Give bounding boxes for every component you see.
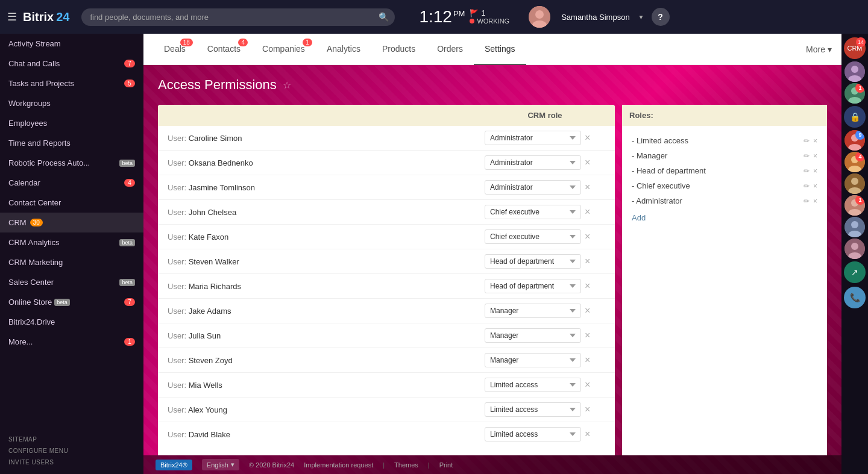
right-bar-avatar-2[interactable]: 1 bbox=[844, 83, 865, 104]
tab-contacts[interactable]: Contacts 4 bbox=[197, 34, 251, 65]
clock-area: 1:12PM 🚩 1 WORKING bbox=[407, 7, 519, 27]
add-access-link[interactable]: Add access permission bbox=[158, 449, 615, 455]
right-bar-avatar-8[interactable] bbox=[844, 239, 865, 259]
sidebar-item-drive[interactable]: Bitrix24.Drive bbox=[0, 312, 143, 332]
search-box: 🔍 bbox=[81, 8, 395, 26]
right-bar-avatar-6[interactable]: 1 bbox=[844, 195, 865, 216]
role-select-4[interactable]: AdministratorChief executiveHead of depa… bbox=[485, 229, 581, 244]
role-select-9[interactable]: AdministratorChief executiveHead of depa… bbox=[485, 353, 581, 367]
tab-more[interactable]: More ▾ bbox=[806, 45, 832, 54]
sidebar-item-activity-label: Activity Stream bbox=[8, 39, 61, 48]
hamburger-menu[interactable]: ☰ bbox=[7, 10, 17, 23]
role-select-3[interactable]: AdministratorChief executiveHead of depa… bbox=[485, 205, 581, 219]
right-bar-share-icon[interactable]: ↗ bbox=[844, 261, 866, 283]
add-role-link[interactable]: Add bbox=[632, 213, 817, 222]
tab-analytics[interactable]: Analytics bbox=[316, 34, 371, 65]
avatar-image bbox=[529, 6, 550, 28]
footer-link-print[interactable]: Print bbox=[439, 461, 453, 469]
sidebar-item-chat-label: Chat and Calls bbox=[8, 59, 60, 68]
remove-row-button[interactable]: × bbox=[585, 380, 590, 390]
edit-role-button[interactable]: ✏ bbox=[804, 197, 810, 205]
role-select-wrap: AdministratorChief executiveHead of depa… bbox=[485, 131, 605, 145]
user-dropdown-arrow[interactable]: ▼ bbox=[638, 14, 644, 20]
search-icon[interactable]: 🔍 bbox=[379, 12, 389, 22]
remove-row-button[interactable]: × bbox=[585, 232, 590, 242]
remove-row-button[interactable]: × bbox=[585, 281, 590, 291]
role-select-8[interactable]: AdministratorChief executiveHead of depa… bbox=[485, 328, 581, 343]
favorite-star-icon[interactable]: ☆ bbox=[283, 80, 291, 91]
sidebar-item-robotic[interactable]: Robotic Process Auto... beta bbox=[0, 153, 143, 173]
right-bar-avatar-5[interactable] bbox=[844, 173, 865, 194]
sidebar-item-online-store[interactable]: Online Store beta 7 bbox=[0, 292, 143, 312]
footer-logo[interactable]: Bitrix24® bbox=[156, 460, 192, 470]
footer-link-impl[interactable]: Implementation request bbox=[304, 461, 373, 469]
tab-settings[interactable]: Settings bbox=[474, 34, 526, 65]
right-bar-crm-icon[interactable]: CRM 14 bbox=[844, 37, 866, 59]
role-select-wrap: AdministratorChief executiveHead of depa… bbox=[485, 155, 605, 170]
sidebar-beta-analytics: beta bbox=[119, 239, 135, 246]
remove-row-button[interactable]: × bbox=[585, 405, 590, 414]
delete-role-button[interactable]: × bbox=[813, 182, 817, 190]
remove-row-button[interactable]: × bbox=[585, 257, 590, 266]
role-select-7[interactable]: AdministratorChief executiveHead of depa… bbox=[485, 304, 581, 318]
remove-row-button[interactable]: × bbox=[585, 306, 590, 316]
role-select-1[interactable]: AdministratorChief executiveHead of depa… bbox=[485, 155, 581, 170]
sidebar-item-sales-center-label: Sales Center bbox=[8, 278, 54, 287]
table-row: User: John Chelsea AdministratorChief ex… bbox=[158, 200, 615, 225]
footer-lang[interactable]: English ▾ bbox=[202, 459, 239, 470]
remove-row-button[interactable]: × bbox=[585, 158, 590, 167]
right-bar-lock-icon[interactable]: 🔒 bbox=[844, 106, 866, 128]
tab-companies[interactable]: Companies 1 bbox=[251, 34, 316, 65]
remove-row-button[interactable]: × bbox=[585, 355, 590, 365]
sidebar-item-time[interactable]: Time and Reports bbox=[0, 133, 143, 153]
sidebar-item-sales-center[interactable]: Sales Center beta bbox=[0, 272, 143, 292]
edit-role-button[interactable]: ✏ bbox=[804, 152, 810, 160]
delete-role-button[interactable]: × bbox=[813, 152, 817, 160]
sidebar-item-chat[interactable]: Chat and Calls 7 bbox=[0, 54, 143, 73]
role-select-11[interactable]: AdministratorChief executiveHead of depa… bbox=[485, 402, 581, 417]
role-select-10[interactable]: AdministratorChief executiveHead of depa… bbox=[485, 378, 581, 392]
tab-orders[interactable]: Orders bbox=[426, 34, 474, 65]
sidebar-item-contact-center[interactable]: Contact Center bbox=[0, 193, 143, 213]
sidebar-item-crm-analytics[interactable]: CRM Analytics beta bbox=[0, 232, 143, 252]
right-bar-avatar-1[interactable] bbox=[844, 61, 865, 82]
edit-role-button[interactable]: ✏ bbox=[804, 137, 810, 145]
tab-deals[interactable]: Deals 18 bbox=[153, 34, 197, 65]
delete-role-button[interactable]: × bbox=[813, 197, 817, 205]
footer-link-themes[interactable]: Themes bbox=[394, 461, 418, 469]
remove-row-button[interactable]: × bbox=[585, 207, 590, 217]
remove-row-button[interactable]: × bbox=[585, 182, 590, 192]
sidebar-item-tasks[interactable]: Tasks and Projects 5 bbox=[0, 73, 143, 93]
sidebar-item-workgroups[interactable]: Workgroups bbox=[0, 93, 143, 113]
role-select-0[interactable]: AdministratorChief executiveHead of depa… bbox=[485, 131, 581, 145]
sidebar-item-crm[interactable]: CRM 30 bbox=[0, 213, 143, 232]
right-bar-phone-icon[interactable]: 📞 bbox=[844, 287, 866, 308]
help-button[interactable]: ? bbox=[652, 8, 670, 26]
remove-row-button[interactable]: × bbox=[585, 429, 590, 439]
sidebar-item-activity[interactable]: Activity Stream bbox=[0, 34, 143, 54]
edit-role-button[interactable]: ✏ bbox=[804, 182, 810, 190]
remove-row-button[interactable]: × bbox=[585, 331, 590, 340]
role-select-6[interactable]: AdministratorChief executiveHead of depa… bbox=[485, 279, 581, 293]
sidebar-item-more[interactable]: More... 1 bbox=[0, 332, 143, 352]
role-select-2[interactable]: AdministratorChief executiveHead of depa… bbox=[485, 180, 581, 195]
sidebar-item-crm-marketing[interactable]: CRM Marketing bbox=[0, 252, 143, 272]
edit-role-button[interactable]: ✏ bbox=[804, 167, 810, 175]
search-input[interactable] bbox=[81, 8, 395, 26]
delete-role-button[interactable]: × bbox=[813, 137, 817, 145]
user-name-label[interactable]: Samantha Simpson bbox=[561, 13, 629, 22]
right-bar-avatar-3[interactable]: 9 bbox=[844, 130, 865, 151]
role-select-5[interactable]: AdministratorChief executiveHead of depa… bbox=[485, 254, 581, 269]
sidebar-item-calendar[interactable]: Calendar 4 bbox=[0, 173, 143, 193]
delete-role-button[interactable]: × bbox=[813, 167, 817, 175]
sidebar-item-crm-analytics-label: CRM Analytics bbox=[8, 238, 60, 247]
right-bar-avatar-7[interactable] bbox=[844, 217, 865, 237]
role-select-12[interactable]: AdministratorChief executiveHead of depa… bbox=[485, 427, 581, 441]
right-bar-avatar-4[interactable]: 4 bbox=[844, 152, 865, 172]
sidebar-item-employees[interactable]: Employees bbox=[0, 113, 143, 133]
sidebar-item-more-label: More... bbox=[8, 337, 33, 346]
role-select-wrap: AdministratorChief executiveHead of depa… bbox=[485, 427, 605, 441]
user-name-cell: User: Alex Young bbox=[168, 405, 485, 414]
remove-row-button[interactable]: × bbox=[585, 133, 590, 143]
tab-products[interactable]: Products bbox=[371, 34, 426, 65]
